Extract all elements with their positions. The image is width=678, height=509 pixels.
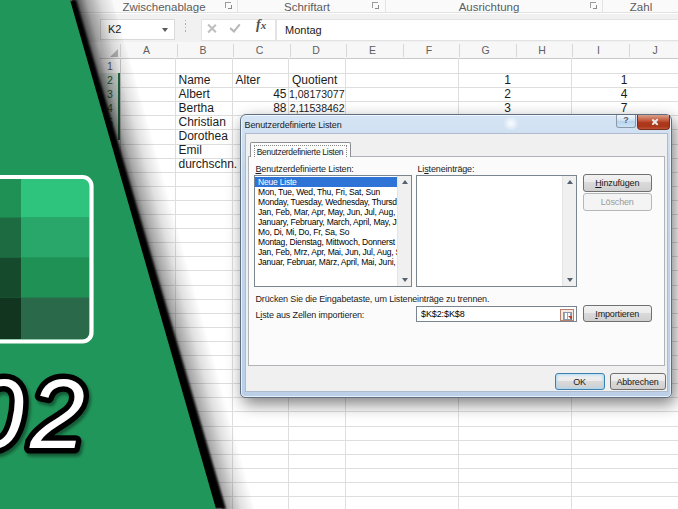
svg-text:02: 02 [0, 358, 91, 469]
